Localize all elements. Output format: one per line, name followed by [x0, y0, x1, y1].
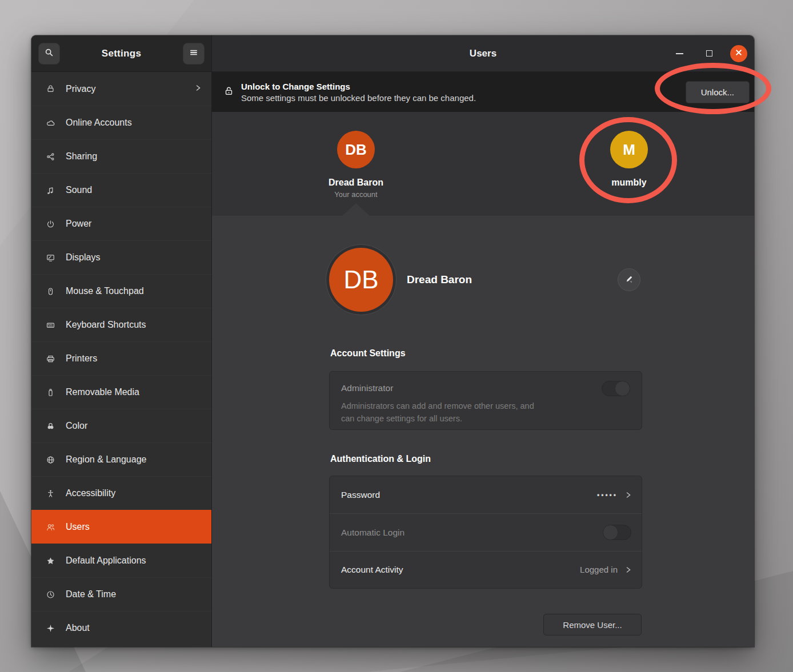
lock-icon [223, 86, 234, 99]
sidebar-item-sound[interactable]: Sound [31, 173, 211, 207]
settings-window: Settings Privacy [31, 35, 754, 647]
password-row[interactable]: Password ••••• [330, 476, 642, 513]
sidebar-list: Privacy Online Accounts [31, 72, 211, 647]
user-name: mumbly [611, 178, 646, 188]
cloud-icon [44, 118, 57, 128]
avatar: DB [337, 131, 375, 168]
account-activity-value: Logged in [580, 565, 618, 574]
sidebar-item-privacy[interactable]: Privacy [31, 72, 211, 106]
usb-drive-icon [44, 388, 57, 397]
sidebar-item-mouse-touchpad[interactable]: Mouse & Touchpad [31, 274, 211, 308]
profile-name: Dread Baron [407, 273, 472, 286]
chevron-right-icon [195, 83, 201, 95]
titlebar: Users [212, 35, 754, 72]
users-icon [44, 522, 57, 532]
pencil-icon [624, 274, 634, 286]
sidebar-item-date-time[interactable]: Date & Time [31, 577, 211, 611]
user-mumbly[interactable]: M mumbly [578, 131, 680, 188]
administrator-description: Administrators can add and remove other … [341, 400, 630, 425]
remove-user-button[interactable]: Remove User... [543, 614, 642, 635]
sidebar-header: Settings [31, 35, 211, 72]
lock-icon [44, 84, 57, 94]
sidebar-item-default-applications[interactable]: Default Applications [31, 544, 211, 577]
window-controls [671, 45, 754, 62]
chevron-right-icon [626, 490, 631, 500]
sidebar-item-color[interactable]: Color [31, 409, 211, 442]
music-note-icon [44, 186, 57, 195]
share-icon [44, 152, 57, 162]
administrator-card: Administrator Administrators can add and… [329, 371, 642, 430]
sidebar-item-removable-media[interactable]: Removable Media [31, 375, 211, 409]
sidebar-item-users[interactable]: Users [31, 510, 211, 544]
close-icon [735, 49, 743, 59]
account-activity-row[interactable]: Account Activity Logged in [330, 551, 642, 588]
maximize-button[interactable] [700, 45, 718, 62]
hamburger-icon [189, 47, 199, 60]
sidebar-item-sharing[interactable]: Sharing [31, 139, 211, 173]
toggle-knob [603, 525, 618, 540]
sidebar-item-about[interactable]: About [31, 611, 211, 645]
sidebar-item-displays[interactable]: Displays [31, 240, 211, 274]
password-label: Password [341, 490, 380, 500]
administrator-label: Administrator [341, 383, 393, 393]
sidebar-item-region-language[interactable]: Region & Language [31, 442, 211, 476]
power-icon [44, 219, 57, 229]
unlock-banner: Unlock to Change Settings Some settings … [212, 72, 754, 112]
automatic-login-toggle[interactable] [603, 525, 631, 540]
section-title-authentication: Authentication & Login [330, 454, 431, 464]
administrator-toggle[interactable] [602, 381, 630, 396]
sidebar-item-keyboard-shortcuts[interactable]: Keyboard Shortcuts [31, 308, 211, 341]
sidebar-item-accessibility[interactable]: Accessibility [31, 476, 211, 510]
sidebar: Settings Privacy [31, 35, 211, 647]
globe-icon [44, 455, 57, 465]
avatar[interactable]: DB [329, 248, 393, 312]
user-details: DB Dread Baron Account Settings Administ… [212, 216, 754, 647]
search-button[interactable] [38, 43, 60, 65]
close-button[interactable] [730, 45, 747, 62]
color-circles-icon [44, 421, 57, 431]
unlock-banner-text: Unlock to Change Settings Some settings … [241, 82, 476, 103]
toggle-knob [615, 381, 630, 396]
password-value: ••••• [597, 491, 618, 499]
main-panel: Users Unlock to Change Settings Some s [211, 35, 754, 647]
keyboard-icon [44, 320, 57, 330]
app-title: Settings [60, 48, 183, 59]
unlock-button[interactable]: Unlock... [686, 81, 750, 103]
menu-button[interactable] [183, 43, 205, 65]
user-name: Dread Baron [329, 178, 383, 188]
selected-user-notch [342, 203, 370, 216]
edit-name-button[interactable] [618, 268, 640, 291]
administrator-row: Administrator [341, 381, 630, 396]
authentication-card: Password ••••• Automatic Login Account A… [329, 476, 642, 589]
mouse-icon [44, 287, 57, 296]
display-icon [44, 253, 57, 263]
chevron-right-icon [626, 565, 631, 574]
unlock-banner-subtitle: Some settings must be unlocked before th… [241, 93, 476, 103]
sidebar-item-online-accounts[interactable]: Online Accounts [31, 106, 211, 139]
automatic-login-label: Automatic Login [341, 528, 404, 538]
section-title-account-settings: Account Settings [330, 348, 406, 359]
printer-icon [44, 354, 57, 364]
accessibility-icon [44, 489, 57, 498]
minimize-icon [676, 53, 683, 54]
maximize-icon [706, 50, 712, 57]
clock-icon [44, 590, 57, 599]
search-icon [44, 47, 54, 60]
user-dread-baron[interactable]: DB Dread Baron Your account [305, 131, 407, 199]
sparkle-icon [44, 623, 57, 633]
sidebar-item-printers[interactable]: Printers [31, 341, 211, 375]
profile-row: DB Dread Baron [329, 244, 642, 315]
user-carousel: DB Dread Baron Your account M mumbly [212, 112, 754, 216]
automatic-login-row: Automatic Login [330, 513, 642, 550]
minimize-button[interactable] [671, 45, 688, 62]
user-subtitle: Your account [334, 190, 377, 199]
account-activity-label: Account Activity [341, 565, 403, 575]
star-icon [44, 556, 57, 566]
unlock-banner-title: Unlock to Change Settings [241, 82, 476, 91]
sidebar-item-power[interactable]: Power [31, 207, 211, 240]
avatar: M [610, 131, 648, 168]
